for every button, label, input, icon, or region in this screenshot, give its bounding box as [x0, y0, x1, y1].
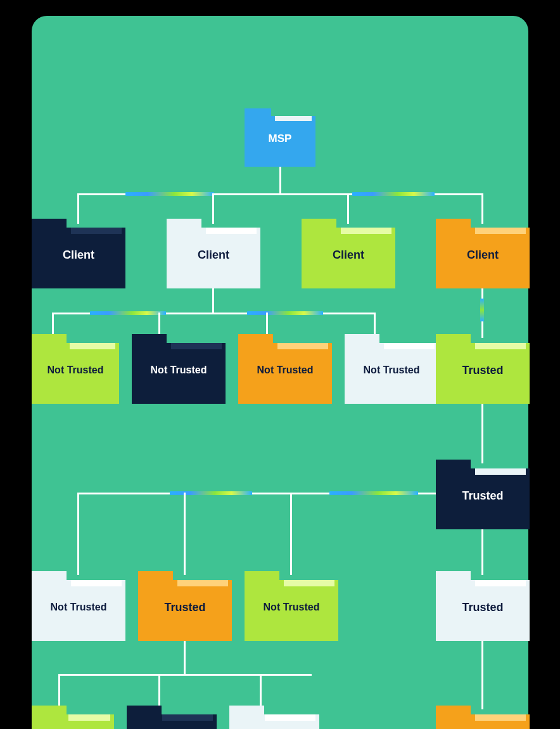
- connector-accent: [125, 192, 214, 196]
- folder-label: Trusted: [436, 601, 530, 614]
- connector: [481, 404, 483, 463]
- folder-label: Client: [302, 248, 395, 262]
- connector: [158, 674, 160, 709]
- folder-partial-navy: [127, 706, 217, 729]
- connector: [212, 288, 214, 314]
- folder-label: Not Trusted: [132, 364, 226, 376]
- folder-label: Trusted: [436, 364, 530, 377]
- folder-partial-lime: [32, 706, 114, 729]
- folder-nottrusted-lime-2: Not Trusted: [245, 571, 338, 641]
- connector: [184, 641, 186, 675]
- folder-trusted-white: Trusted: [436, 571, 530, 641]
- folder-label: Trusted: [436, 489, 530, 503]
- folder-nottrusted-lime: Not Trusted: [32, 334, 119, 404]
- connector: [481, 641, 483, 709]
- folder-label: Not Trusted: [32, 364, 119, 376]
- connector: [58, 674, 60, 709]
- folder-label: Not Trusted: [32, 602, 125, 613]
- folder-nottrusted-orange: Not Trusted: [238, 334, 332, 404]
- connector-accent: [352, 192, 435, 196]
- folder-client-orange: Client: [436, 219, 530, 288]
- connector: [77, 493, 79, 575]
- diagram-stage: MSP Client Client Client Client: [0, 0, 560, 729]
- connector: [184, 493, 186, 575]
- folder-trusted-navy: Trusted: [436, 460, 530, 529]
- folder-label: Trusted: [138, 601, 232, 614]
- folder-client-white: Client: [167, 219, 260, 288]
- folder-partial-white: [229, 706, 319, 729]
- folder-label: MSP: [245, 132, 315, 145]
- folder-partial-orange: [436, 706, 530, 729]
- folder-label: Client: [167, 248, 260, 262]
- diagram-panel: MSP Client Client Client Client: [32, 16, 528, 729]
- folder-trusted-orange: Trusted: [138, 571, 232, 641]
- folder-trusted-lime: Trusted: [436, 334, 530, 404]
- folder-nottrusted-white-2: Not Trusted: [32, 571, 125, 641]
- connector: [481, 529, 483, 575]
- folder-client-navy: Client: [32, 219, 125, 288]
- connector: [290, 493, 292, 575]
- folder-nottrusted-navy: Not Trusted: [132, 334, 226, 404]
- folder-msp: MSP: [245, 108, 315, 167]
- connector-accent: [247, 311, 323, 315]
- connector: [58, 674, 312, 676]
- folder-client-lime: Client: [302, 219, 395, 288]
- connector-accent: [480, 299, 484, 321]
- connector-accent: [90, 311, 166, 315]
- folder-label: Not Trusted: [238, 364, 332, 376]
- connector: [279, 165, 281, 195]
- connector-accent: [329, 491, 418, 495]
- folder-label: Not Trusted: [245, 602, 338, 613]
- folder-label: Client: [32, 248, 125, 262]
- folder-nottrusted-white: Not Trusted: [345, 334, 438, 404]
- connector: [260, 674, 262, 709]
- connector-accent: [170, 491, 252, 495]
- folder-label: Client: [436, 248, 530, 262]
- folder-label: Not Trusted: [345, 364, 438, 376]
